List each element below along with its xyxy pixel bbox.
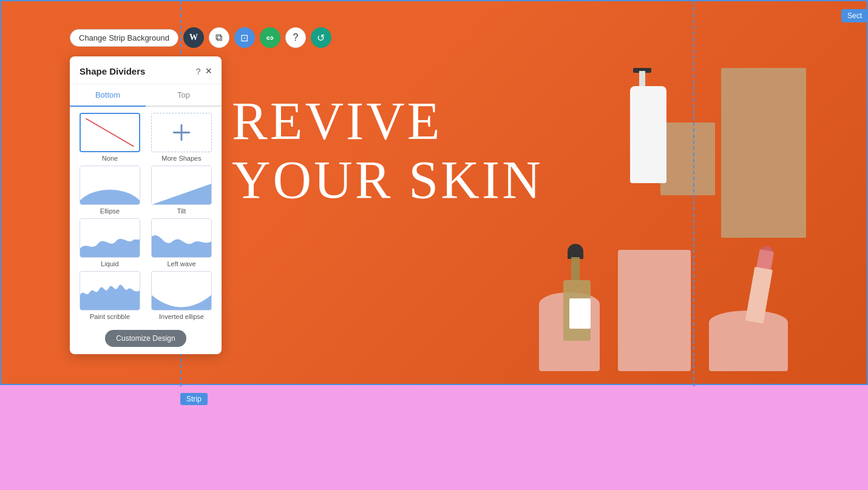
shape-item-none[interactable]: None [76, 113, 144, 162]
pedestal-tall [618, 250, 691, 371]
shape-item-more[interactable]: More Shapes [147, 113, 215, 162]
panel-help-icon[interactable]: ? [196, 67, 201, 76]
shape-label-paintscribble: Paint scribble [90, 313, 130, 320]
shape-item-liquid[interactable]: Liquid [76, 218, 144, 267]
strip-label: Strip [180, 393, 208, 405]
guide-line-right [693, 1, 694, 386]
tab-bottom[interactable]: Bottom [70, 84, 146, 107]
shape-item-invertedellipse[interactable]: Inverted ellipse [147, 271, 215, 320]
dropper-label [569, 298, 591, 329]
shape-item-tilt[interactable]: Tilt [147, 166, 215, 215]
shape-item-paintscribble[interactable]: Paint scribble [76, 271, 144, 320]
shape-item-leftwave[interactable]: Left wave [147, 218, 215, 267]
pump-bottle-body [630, 86, 666, 183]
shape-dividers-panel: Shape Dividers ? × Bottom Top [70, 56, 222, 354]
shape-label-none: None [102, 155, 118, 162]
dropper-bottle [560, 244, 594, 341]
sect-badge: Sect [841, 9, 868, 22]
panel-close-icon[interactable]: × [205, 65, 212, 78]
shape-preview-leftwave [151, 218, 212, 258]
help-icon: ? [293, 32, 298, 43]
dropper-body [563, 280, 591, 341]
shape-preview-ellipse [80, 166, 140, 205]
tab-top[interactable]: Top [146, 84, 222, 107]
shape-label-leftwave: Left wave [167, 260, 195, 267]
shape-preview-invertedellipse [151, 271, 212, 310]
shape-preview-paintscribble [80, 271, 140, 310]
link-icon: ⇔ [266, 32, 274, 44]
pump-bottle [624, 62, 673, 183]
shape-preview-more [151, 113, 212, 152]
help-button[interactable]: ? [285, 27, 306, 48]
canvas-area: REVIVE YOUR SKIN [0, 0, 868, 490]
toolbar: Change Strip Background W ⧉ ⊡ ⇔ ? ↺ [70, 27, 331, 48]
shape-preview-tilt [151, 166, 212, 205]
shape-label-tilt: Tilt [177, 207, 186, 215]
copy-button[interactable]: ⧉ [209, 27, 229, 48]
shapes-grid: None More Shapes [70, 107, 222, 326]
panel-header-icons: ? × [196, 65, 212, 78]
shape-label-invertedellipse: Inverted ellipse [159, 313, 204, 320]
link-button[interactable]: ⇔ [260, 27, 280, 48]
panel-tabs: Bottom Top [70, 84, 222, 107]
box-large [721, 68, 806, 238]
panel-title: Shape Dividers [80, 66, 145, 76]
crop-button[interactable]: ⊡ [234, 27, 255, 48]
shape-item-ellipse[interactable]: Ellipse [76, 166, 144, 215]
more-button[interactable]: ↺ [311, 27, 331, 48]
pink-strip[interactable] [0, 385, 868, 490]
dropper-neck [571, 257, 580, 281]
wix-logo-button[interactable]: W [183, 27, 204, 48]
products-area [472, 50, 806, 371]
shape-label-liquid: Liquid [101, 260, 118, 267]
wix-logo-icon: W [189, 33, 198, 42]
shape-label-ellipse: Ellipse [100, 207, 120, 215]
shape-label-more: More Shapes [161, 155, 201, 162]
customize-design-button[interactable]: Customize Design [105, 330, 186, 347]
shape-preview-none [80, 113, 140, 152]
shape-preview-liquid [80, 218, 140, 258]
crop-icon: ⊡ [240, 32, 248, 44]
panel-header: Shape Dividers ? × [70, 56, 222, 84]
more-icon: ↺ [317, 32, 325, 44]
copy-icon: ⧉ [215, 32, 222, 43]
change-background-button[interactable]: Change Strip Background [70, 29, 178, 47]
